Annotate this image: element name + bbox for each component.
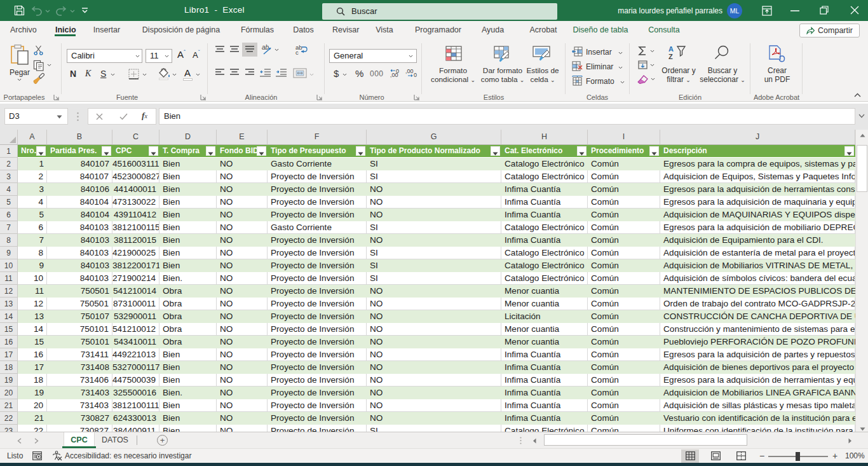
svg-text:,00: ,00 xyxy=(405,69,414,74)
svg-text:c: c xyxy=(295,49,299,55)
svg-text:A: A xyxy=(668,45,674,53)
svg-text:0: 0 xyxy=(396,69,399,74)
svg-text:Z: Z xyxy=(668,53,673,60)
svg-text:0: 0 xyxy=(414,72,417,78)
